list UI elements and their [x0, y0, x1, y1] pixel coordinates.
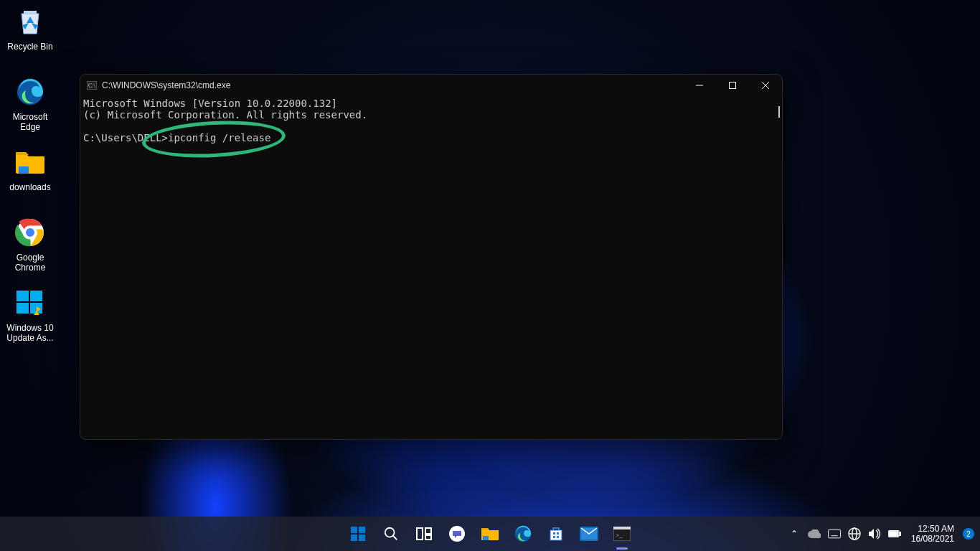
system-tray[interactable]: ⌃ 12:50 AM 16/08/2021 2 — [788, 524, 974, 544]
terminal-prompt: C:\Users\DELL> — [83, 132, 168, 143]
close-button[interactable] — [749, 75, 782, 96]
svg-point-19 — [385, 528, 395, 537]
svg-rect-12 — [730, 83, 736, 89]
svg-rect-29 — [553, 536, 555, 538]
desktop-icon-win10-update[interactable]: Windows 10 Update As... — [3, 286, 57, 343]
scrollbar-thumb[interactable] — [778, 106, 780, 118]
svg-rect-22 — [425, 528, 431, 534]
folder-icon — [13, 145, 47, 179]
svg-text:C:\: C:\ — [88, 83, 96, 89]
desktop-icon-label: Windows 10 Update As... — [3, 323, 57, 343]
svg-rect-34 — [613, 527, 631, 529]
microsoft-store-button[interactable] — [542, 519, 570, 548]
terminal-output[interactable]: Microsoft Windows [Version 10.0.22000.13… — [80, 96, 782, 439]
svg-rect-46 — [900, 532, 901, 536]
onedrive-icon[interactable] — [808, 527, 821, 540]
desktop-icon-label: Google Chrome — [3, 253, 57, 273]
taskbar[interactable]: >_ ⌃ 12:50 AM 16/08/2021 2 — [0, 517, 980, 551]
svg-rect-23 — [425, 535, 431, 540]
taskbar-center: >_ — [344, 519, 636, 548]
network-icon[interactable] — [848, 527, 861, 540]
desktop-icon-label: Microsoft Edge — [3, 112, 57, 132]
svg-rect-15 — [351, 527, 357, 533]
desktop-icon-recycle-bin[interactable]: Recycle Bin — [3, 4, 57, 52]
mail-button[interactable] — [575, 519, 603, 548]
svg-text:>_: >_ — [616, 532, 623, 539]
svg-rect-30 — [557, 536, 559, 538]
task-view-button[interactable] — [410, 519, 438, 548]
desktop-icon-edge[interactable]: Microsoft Edge — [3, 75, 57, 132]
battery-icon[interactable] — [888, 527, 901, 540]
keyboard-layout-icon[interactable] — [828, 527, 841, 540]
svg-rect-27 — [553, 532, 555, 534]
cmd-taskbar-button[interactable]: >_ — [608, 519, 636, 548]
cmd-window[interactable]: C:\ C:\WINDOWS\system32\cmd.exe Microsof… — [80, 74, 783, 440]
minimize-button[interactable] — [683, 75, 716, 96]
desktop-icon-label: Recycle Bin — [3, 42, 57, 52]
svg-rect-6 — [30, 291, 42, 301]
desktop-icon-downloads[interactable]: downloads — [3, 145, 57, 192]
terminal-line: Microsoft Windows [Version 10.0.22000.13… — [83, 98, 337, 109]
chat-button[interactable] — [443, 519, 471, 548]
svg-rect-47 — [890, 532, 898, 537]
notification-badge[interactable]: 2 — [963, 528, 974, 540]
recycle-bin-icon — [13, 4, 47, 39]
clock[interactable]: 12:50 AM 16/08/2021 — [911, 524, 954, 544]
svg-rect-21 — [417, 528, 423, 540]
file-explorer-button[interactable] — [476, 519, 504, 548]
svg-rect-7 — [17, 303, 29, 314]
start-button[interactable] — [344, 519, 372, 548]
svg-rect-28 — [557, 532, 559, 534]
svg-rect-17 — [351, 534, 357, 541]
maximize-button[interactable] — [716, 75, 749, 96]
terminal-line: (c) Microsoft Corporation. All rights re… — [83, 109, 367, 121]
svg-line-20 — [393, 536, 397, 540]
chrome-icon — [13, 215, 47, 250]
edge-icon — [13, 75, 47, 109]
volume-icon[interactable] — [868, 527, 881, 540]
tray-chevron-icon[interactable]: ⌃ — [788, 527, 801, 540]
titlebar[interactable]: C:\ C:\WINDOWS\system32\cmd.exe — [80, 75, 782, 96]
clock-time: 12:50 AM — [911, 524, 954, 534]
edge-taskbar-button[interactable] — [509, 519, 537, 548]
svg-rect-1 — [19, 166, 29, 174]
svg-rect-25 — [483, 536, 489, 540]
windows-update-icon — [13, 286, 47, 320]
desktop-icon-chrome[interactable]: Google Chrome — [3, 215, 57, 273]
svg-rect-18 — [359, 534, 365, 541]
window-title: C:\WINDOWS\system32\cmd.exe — [102, 80, 683, 90]
desktop[interactable]: Recycle Bin Microsoft Edge downloads Goo… — [0, 0, 980, 551]
svg-rect-5 — [17, 291, 29, 301]
svg-rect-36 — [828, 529, 840, 538]
desktop-icon-label: downloads — [3, 182, 57, 192]
cmd-icon: C:\ — [86, 80, 98, 91]
clock-date: 16/08/2021 — [911, 534, 954, 544]
search-button[interactable] — [377, 519, 405, 548]
svg-rect-16 — [359, 527, 365, 533]
terminal-command[interactable]: ipconfig /release — [168, 132, 270, 143]
